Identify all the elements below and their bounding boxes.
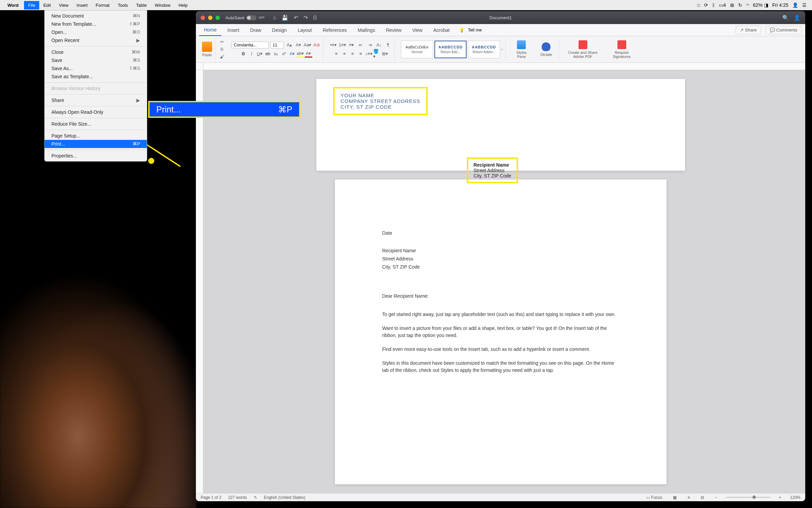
styles-pane-button[interactable]: Styles Pane	[509, 40, 534, 59]
text-effects-icon[interactable]: A▾	[289, 50, 296, 58]
tab-home[interactable]: Home	[199, 24, 221, 36]
zoom-level[interactable]: 120%	[790, 495, 800, 500]
styles-more-icon[interactable]: ›	[501, 47, 503, 52]
align-center-icon[interactable]: ≡	[341, 50, 348, 58]
view-web-icon[interactable]: ≡	[685, 495, 692, 500]
file-menu-print[interactable]: Print...⌘P	[45, 140, 147, 148]
letter-para-3[interactable]: Find even more easy-to-use tools on the …	[382, 346, 619, 353]
file-menu-save-as-template[interactable]: Save as Template...	[45, 72, 147, 81]
font-family-select[interactable]: Constantia...	[231, 42, 269, 48]
clear-formatting-icon[interactable]: A⊘	[313, 41, 320, 49]
decrease-indent-icon[interactable]: ⇤	[357, 41, 364, 49]
focus-mode-button[interactable]: ▭ Focus	[644, 495, 664, 500]
superscript-button[interactable]: x²	[280, 50, 288, 58]
increase-indent-icon[interactable]: ⇥	[366, 41, 374, 49]
subscript-button[interactable]: x₂	[272, 50, 280, 58]
letter-date[interactable]: Date	[382, 230, 619, 236]
tab-review[interactable]: Review	[381, 25, 406, 36]
letter-page[interactable]: Date Recipient Name Street Address City,…	[335, 179, 667, 484]
menubar-insert[interactable]: Insert	[72, 1, 92, 9]
search-icon[interactable]: 🔍	[782, 15, 789, 21]
highlight-color-icon[interactable]: ab▾	[297, 50, 304, 58]
wifi-icon[interactable]: ⌔	[746, 2, 749, 8]
sender-street[interactable]: COMPANY STREET ADDRESS	[341, 98, 420, 104]
strikethrough-button[interactable]: ab	[264, 50, 272, 58]
status-words[interactable]: 227 words	[228, 495, 247, 500]
autosave-toggle[interactable]: AutoSave OFF	[225, 15, 265, 20]
undo-icon[interactable]: ↶	[294, 15, 298, 21]
file-menu-new-from-template[interactable]: New from Template...⇧⌘P	[45, 20, 147, 28]
file-menu-open[interactable]: Open...⌘O	[45, 28, 147, 36]
maximize-window-button[interactable]	[216, 16, 220, 20]
dictate-button[interactable]: Dictate	[537, 42, 555, 57]
letter-para-2[interactable]: Want to insert a picture from your files…	[382, 325, 619, 339]
horizontal-ruler[interactable]	[203, 63, 805, 70]
justify-icon[interactable]: ≡	[357, 50, 364, 58]
create-pdf-button[interactable]: Create and Share Adobe PDF	[563, 40, 603, 59]
view-outline-icon[interactable]: ⊟	[699, 495, 706, 500]
sender-address-block[interactable]: YOUR NAME COMPANY STREET ADDRESS CITY, S…	[333, 87, 428, 115]
file-menu-share[interactable]: Share▶	[45, 96, 147, 104]
file-menu-save[interactable]: Save⌘S	[45, 56, 147, 64]
change-case-icon[interactable]: Aa▾	[304, 41, 311, 49]
underline-button[interactable]: U▾	[256, 50, 264, 58]
letter-rec-city[interactable]: City, ST ZIP Code	[382, 264, 619, 270]
italic-button[interactable]: I	[248, 50, 255, 58]
clock[interactable]: Fri 4:25	[772, 2, 788, 8]
letter-salutation[interactable]: Dear Recipient Name:	[382, 293, 619, 299]
user-icon[interactable]: 👤	[792, 2, 798, 8]
copy-icon[interactable]: ⎘	[218, 46, 226, 53]
dropbox-icon[interactable]: ⏍	[697, 2, 700, 8]
tab-mailings[interactable]: Mailings	[353, 25, 380, 36]
show-marks-icon[interactable]: ¶	[384, 41, 392, 49]
battery-status[interactable]: 62% ◨	[753, 2, 768, 8]
tab-acrobat[interactable]: Acrobat	[429, 25, 454, 36]
zoom-slider[interactable]	[726, 497, 770, 498]
tell-me-search[interactable]: Tell me	[468, 27, 482, 33]
menubar-table[interactable]: Table	[132, 1, 151, 9]
status-spellcheck-icon[interactable]: ✎	[254, 495, 257, 500]
status-page[interactable]: Page 1 of 2	[201, 495, 221, 500]
minimize-window-button[interactable]	[208, 16, 212, 20]
app-name[interactable]: Word	[7, 3, 19, 8]
format-painter-icon[interactable]: 🖌	[218, 53, 226, 61]
bold-button[interactable]: B	[240, 50, 247, 58]
font-color-icon[interactable]: A▾	[305, 50, 312, 58]
account-icon[interactable]: 👤	[794, 15, 800, 21]
save-icon[interactable]: 💾	[281, 15, 288, 21]
bluetooth-icon[interactable]: ᛒ	[712, 2, 715, 8]
line-spacing-icon[interactable]: ↕≡▾	[365, 50, 373, 58]
timemachine-icon[interactable]: ↻	[738, 2, 742, 8]
home-icon[interactable]: ⌂	[273, 15, 276, 21]
sender-name[interactable]: YOUR NAME	[341, 92, 420, 98]
menubar-edit[interactable]: Edit	[39, 1, 55, 9]
recipient-street[interactable]: Street Address	[474, 168, 511, 173]
align-right-icon[interactable]: ≡	[349, 50, 356, 58]
menubar-help[interactable]: Help	[175, 1, 192, 9]
cut-icon[interactable]: ✂	[218, 38, 226, 46]
style-normal[interactable]: AaBbCcDdEe Normal	[401, 41, 433, 58]
zoom-out-button[interactable]: −	[713, 495, 719, 500]
font-size-select[interactable]: 11	[270, 42, 284, 48]
borders-icon[interactable]: ⊞▾	[381, 50, 389, 58]
zoom-in-button[interactable]: +	[777, 495, 783, 500]
style-return-addre[interactable]: AABBCCDD Return Addre...	[468, 41, 500, 58]
align-left-icon[interactable]: ≡	[333, 50, 340, 58]
letter-rec-name[interactable]: Recipient Name	[382, 248, 619, 253]
screen-icon[interactable]: ▭4	[719, 2, 726, 8]
recipient-name[interactable]: Recipient Name	[474, 162, 511, 168]
sync-icon[interactable]: ⟳	[704, 2, 708, 8]
file-menu-open-recent[interactable]: Open Recent▶	[45, 36, 147, 44]
file-menu-save-as[interactable]: Save As...⇧⌘S	[45, 64, 147, 72]
file-menu-properties[interactable]: Properties...	[45, 152, 147, 160]
comments-button[interactable]: 💬 Comments	[765, 26, 802, 34]
paste-icon[interactable]	[202, 42, 212, 52]
multilevel-list-icon[interactable]: ≡▾	[348, 41, 355, 49]
view-print-icon[interactable]: ▦	[671, 495, 679, 500]
envelope-page[interactable]: YOUR NAME COMPANY STREET ADDRESS CITY, S…	[316, 79, 685, 171]
vertical-ruler[interactable]	[196, 70, 203, 493]
menubar-format[interactable]: Format	[92, 1, 114, 9]
calendar-icon[interactable]: ⊞	[730, 2, 734, 8]
share-button[interactable]: ↗ Share	[736, 26, 761, 34]
tab-draw[interactable]: Draw	[245, 25, 266, 36]
